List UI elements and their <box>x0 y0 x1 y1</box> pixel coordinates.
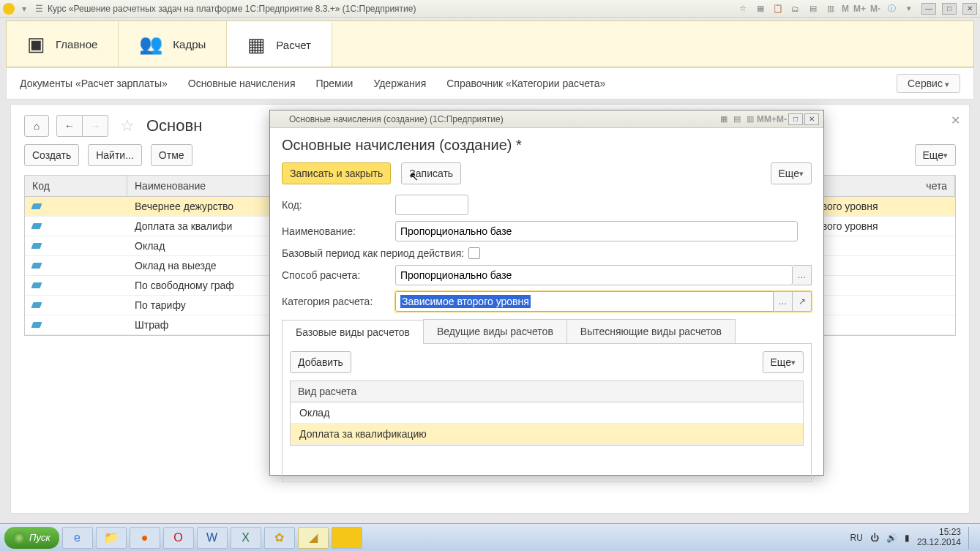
close-button[interactable]: ✕ <box>962 3 977 15</box>
help-dropdown-icon[interactable]: ▾ <box>902 2 916 15</box>
tray-icon[interactable]: ⏻ <box>870 533 879 543</box>
maximize-button[interactable]: □ <box>942 3 957 15</box>
subnav-categories[interactable]: Справочник «Категории расчета» <box>446 78 605 89</box>
row-icon <box>31 282 42 288</box>
dialog-maximize-button[interactable]: □ <box>788 113 803 125</box>
service-button[interactable]: Сервис <box>897 74 960 93</box>
show-desktop[interactable] <box>968 527 976 549</box>
inner-grid-header[interactable]: Вид расчета <box>291 381 803 402</box>
category-select-button[interactable]: … <box>774 291 793 312</box>
code-input[interactable] <box>395 195 468 215</box>
dialog-tool-icon[interactable]: ▥ <box>744 113 757 126</box>
dialog-close-button[interactable]: ✕ <box>804 113 819 125</box>
nav-tab-staff[interactable]: 👥 Кадры <box>119 21 227 67</box>
task-ie[interactable]: e <box>62 527 93 549</box>
toolbar-icon[interactable]: 📋 <box>771 2 785 15</box>
back-button[interactable]: ← <box>56 115 83 137</box>
method-select[interactable] <box>395 265 793 285</box>
subnav-bonuses[interactable]: Премии <box>315 78 353 89</box>
save-button[interactable]: Записать <box>401 162 461 184</box>
task-firefox[interactable]: ● <box>130 527 160 549</box>
tab-displacing-types[interactable]: Вытесняющие виды расчетов <box>566 319 736 343</box>
name-input[interactable] <box>395 221 798 241</box>
nav-tab-main[interactable]: ▣ Главное <box>7 21 119 67</box>
method-select-button[interactable]: … <box>793 265 812 285</box>
toolbar-icon[interactable]: ▥ <box>824 2 837 15</box>
minimize-button[interactable]: — <box>921 3 936 15</box>
dialog-tool-icon[interactable]: ▤ <box>730 113 744 126</box>
favorite-icon[interactable]: ☆ <box>120 116 135 135</box>
subnav-deductions[interactable]: Удержания <box>373 78 426 89</box>
dialog-more-button[interactable]: Еще <box>771 162 812 184</box>
category-open-button[interactable]: ↗ <box>793 291 812 312</box>
cancel-search-button[interactable]: Отме <box>151 144 192 166</box>
lang-indicator[interactable]: RU <box>850 533 863 543</box>
dialog-heading: Основные начисления (создание) * <box>282 137 812 154</box>
titlebar-recent-icon[interactable]: ☰ <box>35 4 43 14</box>
titlebar-menu-icon[interactable]: ▾ <box>22 4 26 14</box>
category-value: Зависимое второго уровня <box>400 295 531 308</box>
forward-button[interactable]: → <box>83 115 108 137</box>
inner-row[interactable]: Оклад <box>291 402 803 424</box>
method-label: Способ расчета: <box>282 269 395 281</box>
home-button[interactable]: ⌂ <box>24 115 49 137</box>
volume-icon[interactable]: 🔊 <box>886 533 897 543</box>
add-button[interactable]: Добавить <box>290 351 351 373</box>
task-app2[interactable]: ◢ <box>298 527 329 549</box>
m-button[interactable]: M <box>842 4 849 14</box>
toolbar-icon[interactable]: ▤ <box>807 2 820 15</box>
start-label: Пуск <box>29 532 51 543</box>
m-minus-button[interactable]: M- <box>870 4 880 14</box>
calculator-icon: ▦ <box>247 34 266 56</box>
category-label: Категория расчета: <box>282 296 395 307</box>
dialog-titlebar[interactable]: Основные начисления (создание) (1С:Предп… <box>270 110 823 128</box>
toolbar-icon[interactable]: ☆ <box>736 2 749 15</box>
start-button[interactable]: Пуск <box>4 527 59 549</box>
task-1c[interactable] <box>332 527 362 549</box>
row-icon <box>31 302 42 308</box>
clock-time: 15:23 <box>917 528 961 537</box>
page-title: Основн <box>146 116 202 135</box>
nav-tab-calc[interactable]: ▦ Расчет <box>227 21 332 67</box>
name-label: Наименование: <box>282 225 395 237</box>
find-button[interactable]: Найти... <box>88 144 142 166</box>
dialog-m[interactable]: M <box>757 114 764 124</box>
toolbar-icon[interactable]: ▦ <box>754 2 767 15</box>
inner-row[interactable]: Доплата за квалификацию <box>291 424 803 445</box>
people-icon: 👥 <box>139 33 162 56</box>
row-icon <box>31 322 42 328</box>
tab-leading-types[interactable]: Ведущие виды расчетов <box>423 319 567 343</box>
task-app1[interactable]: ✿ <box>264 527 295 549</box>
col-category[interactable]: чета <box>809 176 955 196</box>
inner-grid: Вид расчета Оклад Доплата за квалификаци… <box>290 381 804 446</box>
save-and-close-button[interactable]: Записать и закрыть <box>282 162 391 184</box>
category-select[interactable]: Зависимое второго уровня <box>395 291 774 312</box>
subnav-documents[interactable]: Документы «Расчет зарплаты» <box>20 78 168 89</box>
network-icon[interactable]: ▮ <box>905 533 910 543</box>
col-code[interactable]: Код <box>25 176 127 196</box>
help-icon[interactable]: ⓘ <box>885 2 898 15</box>
tab-panel: Добавить Еще Вид расчета Оклад Доплата з… <box>282 343 812 482</box>
base-period-label: Базовый период как период действия: <box>282 247 464 259</box>
create-button[interactable]: Создать <box>24 144 79 166</box>
m-plus-button[interactable]: M+ <box>853 4 866 14</box>
subnav-main-accruals[interactable]: Основные начисления <box>188 78 296 89</box>
clock[interactable]: 15:23 23.12.2014 <box>917 528 961 547</box>
dialog-icon <box>274 114 285 124</box>
cell-category <box>809 236 955 255</box>
base-period-checkbox[interactable] <box>468 247 480 259</box>
task-explorer[interactable]: 📁 <box>96 527 127 549</box>
panel-more-button[interactable]: Еще <box>763 351 804 373</box>
tab-base-types[interactable]: Базовые виды расчетов <box>282 320 424 344</box>
toolbar-icon[interactable]: 🗂 <box>789 2 802 15</box>
close-tab-icon[interactable]: ✕ <box>951 113 960 127</box>
task-word[interactable]: W <box>197 527 228 549</box>
more-button[interactable]: Еще <box>915 144 957 166</box>
dialog-m-plus[interactable]: M+ <box>764 114 777 124</box>
task-opera[interactable]: O <box>163 527 194 549</box>
task-excel[interactable]: X <box>231 527 261 549</box>
cell-category <box>809 256 955 275</box>
sub-nav: Документы «Расчет зарплаты» Основные нач… <box>6 67 974 100</box>
dialog-m-minus[interactable]: M- <box>777 114 787 124</box>
dialog-tool-icon[interactable]: ▦ <box>717 113 730 126</box>
